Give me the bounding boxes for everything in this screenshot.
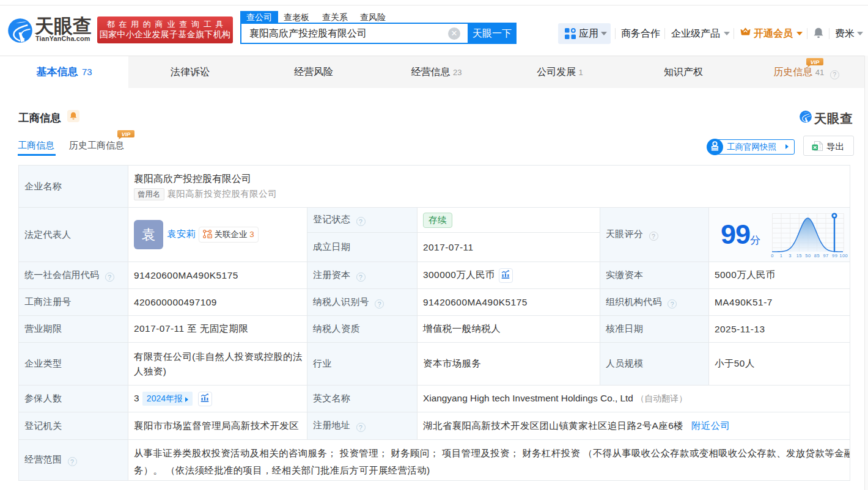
svg-text:97: 97 bbox=[823, 253, 828, 258]
svg-text:50: 50 bbox=[805, 253, 811, 258]
svg-text:85: 85 bbox=[814, 253, 820, 258]
svg-text:1: 1 bbox=[780, 253, 783, 258]
svg-text:VIP: VIP bbox=[122, 131, 131, 137]
svg-text:99: 99 bbox=[832, 253, 837, 258]
svg-text:3: 3 bbox=[789, 253, 792, 258]
svg-text:企: 企 bbox=[208, 235, 211, 238]
svg-text:100: 100 bbox=[839, 253, 848, 258]
svg-text:VIP: VIP bbox=[811, 59, 820, 65]
svg-text:0: 0 bbox=[771, 253, 774, 258]
svg-text:15: 15 bbox=[796, 253, 802, 258]
